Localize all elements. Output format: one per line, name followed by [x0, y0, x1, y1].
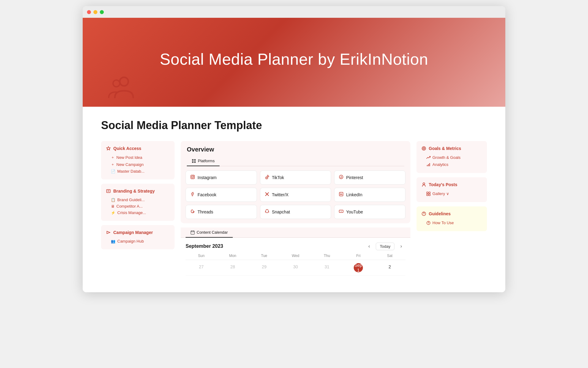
new-campaign-item[interactable]: ＋ New Campaign [106, 161, 170, 168]
quick-access-icon [106, 146, 111, 151]
snapchat-card[interactable]: Snapchat [260, 205, 331, 219]
grid-icon [192, 159, 196, 163]
plus-icon-2: ＋ [111, 162, 115, 167]
svg-rect-18 [191, 231, 194, 234]
calendar-tab-icon [190, 230, 195, 235]
growth-goals-item[interactable]: Growth & Goals [421, 154, 482, 161]
calendar-grid: Sun Mon Tue Wed Thu Fri Sat 27 28 29 [181, 254, 410, 280]
main-layout: Quick Access ＋ New Post Idea ＋ New Campa… [101, 141, 487, 280]
calendar-month: September 2023 [186, 243, 223, 249]
campaign-hub-item[interactable]: 👥 Campaign Hub [106, 238, 170, 244]
how-to-use-item[interactable]: How To Use [421, 219, 482, 226]
cal-day-31[interactable]: 31 [311, 263, 343, 272]
threads-card[interactable]: Threads [186, 205, 257, 219]
cal-day-2[interactable]: 2 [374, 263, 405, 272]
svg-rect-32 [429, 194, 430, 196]
today-button[interactable]: Today [376, 243, 394, 250]
facebook-card[interactable]: Facebook [186, 188, 257, 202]
document-icon: 📄 [111, 169, 115, 174]
branding-strategy-section: Branding & Strategy 📋 Brand Guideli... 🖥… [101, 184, 175, 221]
tab-platforms[interactable]: Platforms [187, 156, 220, 166]
threads-icon [190, 209, 195, 215]
center-area: Overview Platforms [181, 141, 410, 280]
calendar-row-1: 27 28 29 30 31 Sep 1 2 [186, 260, 405, 276]
tab-content-calendar[interactable]: Content Calendar [186, 228, 233, 238]
banner: Social Media Planner by ErikInNotion [83, 18, 505, 107]
gallery-icon [426, 192, 431, 196]
cal-day-29[interactable]: 29 [248, 263, 280, 272]
svg-rect-29 [427, 192, 428, 194]
tiktok-card[interactable]: TikTok [260, 171, 331, 185]
calendar-section: Content Calendar September 2023 ‹ Today … [181, 228, 410, 280]
monitor-icon: 🖥 [111, 204, 115, 209]
master-database-item[interactable]: 📄 Master Datab... [106, 168, 170, 174]
overview-tabs: Platforms [187, 156, 404, 166]
svg-rect-6 [194, 159, 196, 161]
quick-access-title: Quick Access [106, 146, 170, 151]
svg-rect-25 [427, 165, 428, 166]
cal-day-30[interactable]: 30 [280, 263, 311, 272]
crisis-management-item[interactable]: ⚡ Crisis Manage... [106, 209, 170, 216]
svg-rect-2 [107, 190, 110, 193]
pinterest-card[interactable]: Pinterest [334, 171, 405, 185]
banner-title: Social Media Planner by ErikInNotion [101, 50, 487, 68]
guidelines-section: Guidelines How To Use [417, 206, 487, 231]
twitter-icon [265, 192, 270, 198]
alert-icon: ⚡ [111, 211, 115, 215]
svg-rect-26 [428, 164, 429, 166]
linkedin-card[interactable]: LinkedIn [334, 188, 405, 202]
next-month-button[interactable]: › [397, 242, 405, 251]
goals-metrics-title: Goals & Metrics [421, 146, 482, 151]
new-post-idea-item[interactable]: ＋ New Post Idea [106, 154, 170, 161]
maximize-button[interactable] [100, 10, 104, 14]
trending-icon [426, 155, 431, 160]
group-icon: 👥 [111, 239, 115, 243]
svg-point-24 [424, 148, 424, 149]
overview-header: Overview Platforms [181, 141, 410, 166]
campaign-manager-section: Campaign Manager 👥 Campaign Hub [101, 225, 175, 249]
minimize-button[interactable] [93, 10, 97, 14]
todays-posts-title: Today's Posts [421, 182, 482, 187]
platforms-grid: Instagram TikTok [181, 166, 410, 223]
branding-icon [106, 189, 111, 194]
prev-month-button[interactable]: ‹ [365, 242, 373, 251]
cal-day-sep1[interactable]: Sep 1 [354, 263, 363, 272]
close-button[interactable] [87, 10, 91, 14]
how-to-icon [426, 221, 431, 225]
brand-guidelines-item[interactable]: 📋 Brand Guideli... [106, 197, 170, 203]
gallery-item[interactable]: Gallery ∨ [421, 190, 482, 197]
analytics-item[interactable]: Analytics [421, 161, 482, 168]
svg-point-34 [424, 214, 424, 215]
svg-point-36 [428, 224, 428, 224]
page-title: Social Media Planner Template [101, 119, 487, 132]
svg-point-11 [194, 176, 194, 176]
instagram-card[interactable]: Instagram [186, 171, 257, 185]
instagram-icon [190, 174, 195, 181]
analytics-icon [426, 163, 431, 167]
svg-point-12 [339, 175, 343, 179]
pinterest-icon [339, 174, 344, 181]
youtube-card[interactable]: YouTube [334, 205, 405, 219]
svg-point-1 [113, 80, 120, 87]
svg-rect-9 [191, 175, 194, 179]
competitor-analysis-item[interactable]: 🖥 Competitor A... [106, 203, 170, 209]
calendar-days-header: Sun Mon Tue Wed Thu Fri Sat [186, 254, 405, 260]
cal-day-28[interactable]: 28 [217, 263, 249, 272]
facebook-icon [190, 192, 195, 198]
titlebar [83, 6, 505, 18]
question-circle-icon [421, 211, 426, 216]
branding-strategy-title: Branding & Strategy [106, 189, 170, 194]
svg-point-10 [192, 176, 194, 178]
svg-point-28 [423, 183, 425, 185]
snapchat-icon [265, 209, 270, 215]
twitter-card[interactable]: Twitter/X [260, 188, 331, 202]
svg-rect-27 [429, 163, 430, 166]
svg-rect-7 [192, 161, 194, 163]
cal-day-27[interactable]: 27 [186, 263, 217, 272]
person-icon [421, 182, 426, 187]
campaign-icon [106, 230, 111, 235]
calendar-header-tabs: Content Calendar [181, 228, 410, 238]
right-sidebar: Goals & Metrics Growth & Goals [417, 141, 487, 231]
tiktok-icon [265, 174, 270, 181]
todays-posts-section: Today's Posts Gallery ∨ [417, 177, 487, 202]
